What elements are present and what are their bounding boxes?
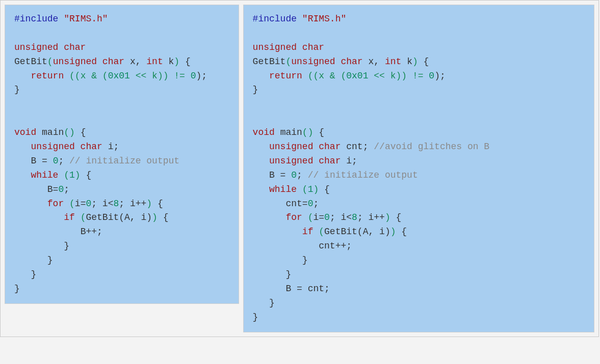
brace: { bbox=[319, 127, 324, 137]
open-paren: ( bbox=[308, 212, 314, 222]
zero: 0 bbox=[191, 71, 196, 81]
eight: 8 bbox=[113, 199, 119, 209]
zero: 0 bbox=[429, 71, 434, 81]
for-iter: ; i++ bbox=[357, 212, 385, 222]
semi: ; bbox=[58, 156, 64, 166]
expr: ((x & ( bbox=[69, 71, 108, 81]
hex-literal: 0x01 bbox=[346, 71, 368, 81]
stmt: B++; bbox=[81, 227, 102, 237]
semi: ; bbox=[352, 156, 357, 166]
parens: () bbox=[64, 127, 75, 137]
code-block-left: #include "RIMS.h" unsigned char GetBit(u… bbox=[5, 5, 239, 304]
open-paren: ( bbox=[302, 184, 308, 194]
brace: { bbox=[86, 170, 91, 180]
decl-var: i bbox=[346, 156, 352, 166]
return-kw: return bbox=[269, 71, 302, 81]
zero: 0 bbox=[58, 184, 64, 194]
decl-type: unsigned char bbox=[31, 142, 102, 152]
close-paren: ) bbox=[174, 57, 179, 67]
brace: } bbox=[14, 284, 20, 294]
param-type: int bbox=[146, 57, 163, 67]
close-paren: ) bbox=[152, 212, 158, 222]
open-paren: ( bbox=[69, 199, 75, 209]
include-header: "RIMS.h" bbox=[302, 14, 346, 24]
param: x bbox=[368, 57, 374, 67]
open-paren: ( bbox=[81, 212, 86, 222]
fn-name: GetBit bbox=[14, 57, 47, 67]
fn-return-type: unsigned char bbox=[253, 42, 324, 52]
close-paren: ) bbox=[146, 199, 152, 209]
void-kw: void bbox=[14, 127, 36, 137]
brace: } bbox=[302, 255, 308, 265]
return-kw: return bbox=[31, 71, 64, 81]
brace: { bbox=[81, 127, 86, 137]
include-directive: #include bbox=[253, 14, 297, 24]
decl-type: unsigned char bbox=[269, 142, 341, 152]
hex-literal: 0x01 bbox=[108, 71, 130, 81]
for-cond: ; i< bbox=[91, 199, 113, 209]
brace: { bbox=[401, 227, 407, 237]
brace: } bbox=[31, 269, 36, 279]
open-paren: ( bbox=[47, 57, 53, 67]
fn-name: GetBit bbox=[253, 57, 286, 67]
brace: } bbox=[285, 269, 291, 279]
semi: ; bbox=[64, 184, 69, 194]
param-type: int bbox=[385, 57, 401, 67]
open-paren: ( bbox=[64, 170, 69, 180]
expr: << k)) != bbox=[368, 71, 429, 81]
open-paren: ( bbox=[319, 227, 324, 237]
code-block-right: #include "RIMS.h" unsigned char GetBit(u… bbox=[243, 5, 594, 332]
fn-return-type: unsigned char bbox=[14, 42, 86, 52]
assign-lhs: B = bbox=[31, 156, 53, 166]
close-paren: ) bbox=[313, 184, 319, 194]
main-name: main bbox=[280, 127, 302, 137]
if-call: GetBit(A, i) bbox=[86, 212, 152, 222]
one: 1 bbox=[308, 184, 314, 194]
while-kw: while bbox=[31, 170, 58, 180]
zero: 0 bbox=[53, 156, 59, 166]
param: k bbox=[407, 57, 412, 67]
parens: () bbox=[302, 127, 314, 137]
expr: << k)) != bbox=[130, 71, 191, 81]
decl-var: i bbox=[108, 142, 114, 152]
close-paren: ) bbox=[385, 212, 390, 222]
semi: ; bbox=[363, 142, 369, 152]
close-paren: ) bbox=[75, 170, 81, 180]
comma: , bbox=[374, 57, 379, 67]
main-name: main bbox=[42, 127, 64, 137]
brace: { bbox=[324, 184, 330, 194]
decl-var: cnt bbox=[346, 142, 362, 152]
param-type: unsigned char bbox=[53, 57, 124, 67]
brace: } bbox=[253, 85, 258, 95]
brace: { bbox=[185, 57, 191, 67]
assign: cnt= bbox=[285, 199, 307, 209]
stmt: B = cnt; bbox=[285, 284, 329, 294]
for-kw: for bbox=[285, 212, 302, 222]
zero: 0 bbox=[308, 199, 314, 209]
brace: } bbox=[47, 255, 53, 265]
eight: 8 bbox=[352, 212, 357, 222]
comment: //avoid glitches on B bbox=[374, 142, 489, 152]
include-directive: #include bbox=[14, 14, 58, 24]
if-kw: if bbox=[64, 212, 75, 222]
one: 1 bbox=[69, 170, 75, 180]
param: k bbox=[169, 57, 174, 67]
zero: 0 bbox=[324, 212, 330, 222]
decl-type: unsigned char bbox=[269, 156, 341, 166]
param-type: unsigned char bbox=[291, 57, 362, 67]
zero: 0 bbox=[86, 199, 91, 209]
brace: { bbox=[163, 212, 169, 222]
include-header: "RIMS.h" bbox=[64, 14, 108, 24]
assign: B= bbox=[47, 184, 59, 194]
semi: ; bbox=[297, 170, 302, 180]
brace: } bbox=[269, 298, 275, 308]
assign-lhs: B = bbox=[269, 170, 291, 180]
for-init: i= bbox=[313, 212, 324, 222]
expr-tail: ); bbox=[434, 71, 446, 81]
close-paren: ) bbox=[390, 227, 396, 237]
brace: { bbox=[424, 57, 429, 67]
open-paren: ( bbox=[285, 57, 291, 67]
semi: ; bbox=[113, 142, 119, 152]
for-cond: ; i< bbox=[330, 212, 352, 222]
expr-tail: ); bbox=[196, 71, 207, 81]
